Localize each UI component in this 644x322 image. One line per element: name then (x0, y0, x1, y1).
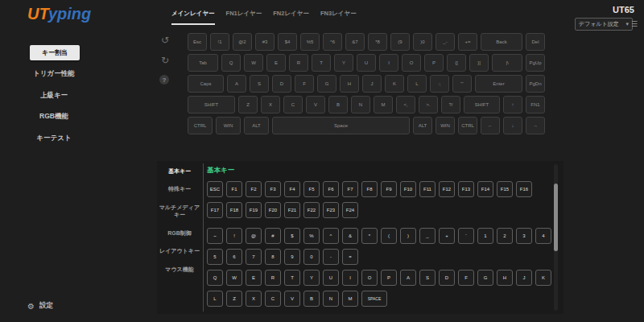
palette-key-F15[interactable]: F15 (497, 181, 513, 197)
palette-tab-basic-keys[interactable]: 基本キー (157, 167, 202, 175)
palette-tab-layout-keys[interactable]: レイアウトキー (157, 247, 202, 254)
key-PgDn[interactable]: PgDn (526, 75, 545, 93)
palette-key-F8[interactable]: F8 (361, 181, 378, 197)
palette-key-F5[interactable]: F5 (303, 181, 320, 197)
tab-main-layer[interactable]: メインレイヤー (171, 10, 215, 25)
scrollbar-track[interactable] (554, 164, 558, 311)
key-WIN[interactable]: WIN (436, 117, 455, 134)
palette-key-=[interactable]: = (342, 249, 358, 265)
key-↓[interactable]: ↓ (503, 117, 522, 134)
palette-key-F20[interactable]: F20 (265, 202, 281, 218)
key-CTRL[interactable]: CTRL (458, 117, 477, 134)
sidebar-item-trigger-performance[interactable]: トリガー性能 (0, 69, 108, 79)
palette-key-F2[interactable]: F2 (246, 181, 262, 197)
palette-key-F16[interactable]: F16 (516, 181, 532, 197)
key-W[interactable]: W (244, 54, 263, 72)
palette-key-$[interactable]: $ (284, 228, 300, 244)
palette-key-Z[interactable]: Z (226, 291, 242, 307)
key-Enter[interactable]: Enter (475, 75, 522, 93)
sidebar-item-rgb-function[interactable]: RGB機能 (0, 112, 108, 122)
key-S[interactable]: S (250, 75, 269, 93)
key-@2[interactable]: @2 (233, 33, 252, 51)
key-P[interactable]: P (424, 54, 444, 72)
key-K[interactable]: K (385, 75, 404, 93)
key-B[interactable]: B (328, 96, 348, 114)
list-icon[interactable]: ☰ (631, 19, 638, 30)
palette-key-#[interactable]: # (265, 228, 281, 244)
key-<,[interactable]: <, (396, 96, 415, 114)
palette-key-K[interactable]: K (535, 270, 551, 286)
palette-key-F24[interactable]: F24 (342, 202, 358, 218)
key-(9[interactable]: (9 (390, 33, 410, 51)
key-FN1[interactable]: FN1 (526, 96, 545, 114)
key-←[interactable]: ← (481, 117, 500, 134)
palette-key-F12[interactable]: F12 (439, 181, 455, 197)
key-_-[interactable]: _- (436, 33, 455, 51)
key-Z[interactable]: Z (238, 96, 258, 114)
key-&7[interactable]: &7 (345, 33, 365, 51)
palette-key-X[interactable]: X (246, 291, 262, 307)
palette-key-ESC[interactable]: ESC (207, 181, 223, 197)
key-%5[interactable]: %5 (300, 33, 320, 51)
palette-tab-multimedia-keys[interactable]: マルチメディアキー (157, 204, 202, 219)
key-$4[interactable]: $4 (278, 33, 297, 51)
key-"'[interactable]: "' (452, 75, 472, 93)
palette-key-O[interactable]: O (361, 270, 378, 286)
palette-key-F10[interactable]: F10 (400, 181, 416, 197)
palette-key-F14[interactable]: F14 (477, 181, 493, 197)
reset-icon[interactable]: ↻ (159, 55, 171, 66)
sidebar-item-advanced-keys[interactable]: 上級キー (0, 91, 108, 101)
profile-dropdown[interactable]: デフォルト設定 ▾ (575, 18, 633, 31)
key-+=[interactable]: += (458, 33, 477, 51)
palette-key-1[interactable]: 1 (477, 228, 493, 244)
key-)0[interactable]: )0 (413, 33, 432, 51)
palette-key-+[interactable]: + (439, 228, 455, 244)
palette-key--[interactable]: - (323, 249, 339, 265)
key-ALT[interactable]: ALT (413, 117, 432, 134)
key-X[interactable]: X (261, 96, 280, 114)
palette-key-T[interactable]: T (284, 270, 300, 286)
palette-key-F13[interactable]: F13 (458, 181, 474, 197)
palette-key-B[interactable]: B (303, 291, 320, 307)
key-Space[interactable]: Space (272, 117, 410, 134)
palette-key-F22[interactable]: F22 (303, 202, 320, 218)
key-|\[interactable]: |\ (492, 54, 522, 72)
palette-key-6[interactable]: 6 (226, 249, 242, 265)
palette-key-F21[interactable]: F21 (284, 202, 300, 218)
key-F[interactable]: F (295, 75, 314, 93)
palette-key-3[interactable]: 3 (516, 228, 532, 244)
key-M[interactable]: M (374, 96, 393, 114)
palette-key-2[interactable]: 2 (497, 228, 513, 244)
key-ALT[interactable]: ALT (244, 117, 269, 134)
key-→[interactable]: → (526, 117, 545, 134)
palette-key-V[interactable]: V (284, 291, 300, 307)
key-L[interactable]: L (407, 75, 427, 93)
palette-key-@[interactable]: @ (246, 228, 262, 244)
key-N[interactable]: N (351, 96, 370, 114)
key-D[interactable]: D (272, 75, 291, 93)
help-icon[interactable]: ? (159, 75, 169, 85)
palette-key-F9[interactable]: F9 (381, 181, 397, 197)
key-G[interactable]: G (317, 75, 336, 93)
palette-key-J[interactable]: J (516, 270, 532, 286)
tab-fn1-layer[interactable]: FN1レイヤー (226, 10, 262, 25)
key-E[interactable]: E (266, 54, 286, 72)
key-WIN[interactable]: WIN (216, 117, 241, 134)
palette-key-N[interactable]: N (323, 291, 339, 307)
scrollbar-thumb[interactable] (554, 184, 558, 251)
key-?/[interactable]: ?/ (441, 96, 460, 114)
palette-key-)[interactable]: ) (400, 228, 416, 244)
key-PgUp[interactable]: PgUp (526, 54, 545, 72)
palette-key-P[interactable]: P (381, 270, 397, 286)
key-SHIFT[interactable]: SHIFT (464, 96, 500, 114)
palette-key-SPACE[interactable]: SPACE (361, 291, 387, 307)
key-U[interactable]: U (357, 54, 376, 72)
palette-key-F18[interactable]: F18 (226, 202, 242, 218)
palette-key-W[interactable]: W (226, 270, 242, 286)
palette-key-4[interactable]: 4 (535, 228, 551, 244)
palette-key-`[interactable]: ` (458, 228, 474, 244)
palette-key-E[interactable]: E (246, 270, 262, 286)
palette-key-R[interactable]: R (265, 270, 281, 286)
key-^6[interactable]: ^6 (323, 33, 342, 51)
key-:;[interactable]: :; (430, 75, 449, 93)
